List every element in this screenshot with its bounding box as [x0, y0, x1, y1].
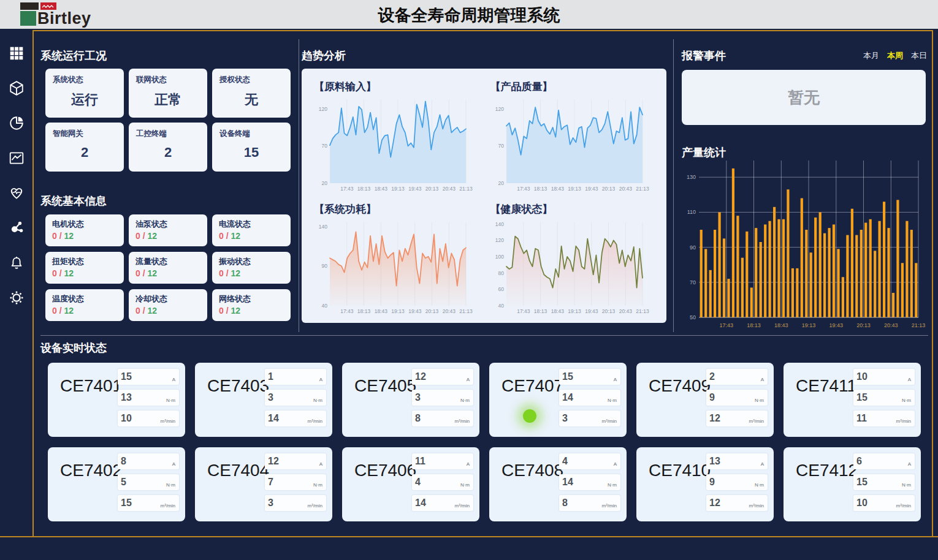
network-icon[interactable] [7, 219, 26, 237]
metric-unit: A [319, 461, 322, 467]
device-name: CE7407 [501, 376, 563, 396]
status-card: 智能网关 2 [45, 123, 124, 172]
status-card-label: 授权状态 [219, 75, 283, 85]
metric-value: 13 [121, 392, 132, 403]
trend-cell-system-power: 【系统功耗】 140904017:4318:1318:4319:1319:432… [308, 196, 484, 319]
cube-icon[interactable] [7, 79, 26, 97]
device-card-CE7408[interactable]: CE7408 4A14N·m8m³/min [489, 447, 627, 521]
svg-text:20:43: 20:43 [884, 322, 898, 328]
info-card-count: 0 / 12 [52, 306, 117, 316]
bell-icon[interactable] [7, 254, 26, 272]
metric-unit: N·m [313, 398, 322, 403]
device-metric-row: 12A [265, 453, 326, 469]
svg-text:20:13: 20:13 [601, 308, 615, 314]
device-name: CE7412 [796, 461, 858, 480]
metric-value: 8 [562, 498, 568, 509]
frame-line-left [32, 30, 34, 537]
metric-value: 14 [268, 413, 279, 424]
svg-text:19:43: 19:43 [829, 322, 844, 328]
divider-vertical-right [673, 39, 674, 332]
device-metric-row: 15A [559, 369, 620, 385]
health-monitor-icon[interactable] [7, 184, 26, 202]
svg-text:19:13: 19:13 [391, 186, 405, 192]
metric-unit: m³/min [308, 418, 322, 424]
svg-text:20: 20 [322, 180, 328, 186]
metric-value: 12 [415, 371, 426, 382]
device-metric-row: 13A [706, 453, 768, 469]
metric-unit: A [172, 461, 175, 467]
trend-cell-health-status: 【健康状态】 14012010080604017:4318:1318:4319:… [484, 196, 661, 319]
trend-panel: 【原料输入】 120702017:4318:1318:4319:1319:432… [302, 69, 666, 323]
metric-unit: N·m [902, 398, 911, 403]
system-status-grid: 系统状态 运行 联网状态 正常 授权状态 无 智能网关 2 工控终端 2 设备终… [45, 69, 291, 172]
metric-unit: N·m [755, 482, 764, 488]
svg-text:40: 40 [322, 303, 328, 309]
status-card-label: 工控终端 [136, 129, 200, 139]
device-metric-row: 14m³/min [412, 495, 473, 511]
device-card-CE7411[interactable]: CE7411 10A15N·m11m³/min [784, 363, 921, 437]
metric-unit: A [761, 377, 764, 382]
svg-text:80: 80 [498, 270, 504, 276]
svg-text:20:43: 20:43 [443, 186, 456, 192]
svg-text:17:43: 17:43 [517, 186, 530, 192]
device-name: CE7403 [207, 376, 269, 396]
page-title: 设备全寿命周期管理系统 [0, 4, 938, 26]
device-card-CE7410[interactable]: CE7410 13A9N·m12m³/min [636, 447, 774, 521]
metric-unit: m³/min [896, 418, 911, 424]
device-card-CE7401[interactable]: CE7401 15A13N·m10m³/min [48, 363, 185, 437]
svg-text:21:13: 21:13 [459, 308, 473, 314]
device-card-CE7403[interactable]: CE7403 1A3N·m14m³/min [195, 363, 332, 437]
device-name: CE7410 [649, 461, 711, 480]
info-card: 冷却状态 0 / 12 [129, 289, 207, 321]
device-card-CE7405[interactable]: CE7405 12A3N·m8m³/min [342, 363, 479, 437]
tab-this-week[interactable]: 本周 [887, 50, 903, 61]
svg-text:60: 60 [498, 286, 504, 292]
system-info-title: 系统基本信息 [40, 194, 107, 208]
device-card-CE7409[interactable]: CE7409 2A9N·m12m³/min [636, 363, 774, 437]
alarm-title: 报警事件 [682, 48, 726, 63]
metric-unit: N·m [313, 482, 322, 488]
svg-text:19:13: 19:13 [568, 186, 581, 192]
svg-text:50: 50 [690, 314, 696, 320]
metric-unit: A [614, 377, 617, 382]
svg-text:20:13: 20:13 [425, 186, 439, 192]
pie-chart-icon[interactable] [7, 114, 26, 132]
info-card-label: 温度状态 [52, 293, 117, 305]
device-card-CE7412[interactable]: CE7412 6A15N·m10m³/min [784, 447, 921, 521]
svg-text:20:13: 20:13 [425, 308, 439, 314]
metric-unit: m³/min [602, 418, 617, 424]
metric-value: 2 [709, 371, 715, 382]
metric-value: 12 [709, 413, 720, 424]
svg-text:19:13: 19:13 [391, 308, 405, 314]
status-card-value: 15 [219, 145, 283, 161]
status-card: 系统状态 运行 [45, 69, 124, 118]
metric-value: 10 [856, 371, 867, 382]
info-card: 流量状态 0 / 12 [129, 252, 207, 284]
device-card-CE7404[interactable]: CE7404 12A7N·m3m³/min [195, 447, 332, 521]
device-card-CE7402[interactable]: CE7402 8A5N·m15m³/min [48, 447, 185, 521]
svg-text:21:13: 21:13 [912, 322, 926, 328]
gear-icon[interactable] [7, 289, 26, 307]
device-card-CE7406[interactable]: CE7406 11A4N·m14m³/min [342, 447, 479, 521]
chart-title: 【健康状态】 [490, 202, 655, 216]
svg-text:20:13: 20:13 [856, 322, 871, 328]
line-chart-icon[interactable] [7, 149, 26, 167]
trend-cell-raw-material: 【原料输入】 120702017:4318:1318:4319:1319:432… [308, 74, 484, 196]
device-metric-row: 12m³/min [706, 411, 768, 426]
metric-unit: A [908, 377, 911, 382]
metric-unit: m³/min [161, 503, 175, 509]
status-card: 联网状态 正常 [129, 69, 207, 118]
divider-horizontal [40, 335, 928, 336]
device-metric-row: 13N·m [118, 390, 179, 406]
alarm-period-tabs: 本月 本周 本日 [834, 50, 927, 61]
metric-value: 4 [562, 456, 568, 467]
tab-this-month[interactable]: 本月 [863, 50, 879, 61]
info-card-label: 电流状态 [219, 219, 284, 230]
metric-value: 15 [121, 498, 132, 509]
metric-unit: N·m [460, 398, 470, 403]
device-metric-row: 9N·m [706, 474, 768, 490]
svg-text:18:43: 18:43 [774, 322, 788, 328]
device-card-CE7407[interactable]: CE7407 15A14N·m3m³/min [489, 363, 627, 437]
apps-grid-icon[interactable] [7, 44, 26, 62]
tab-today[interactable]: 本日 [911, 50, 927, 61]
